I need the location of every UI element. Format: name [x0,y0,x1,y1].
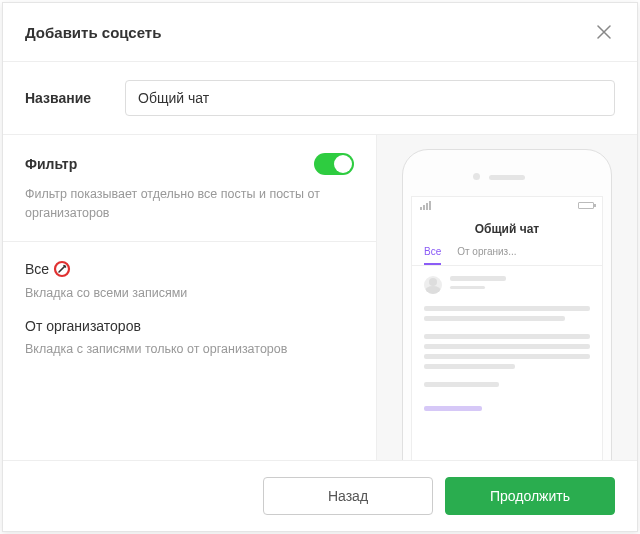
placeholder-line [424,344,590,349]
tabs-block: Все Вкладка со всеми записями [3,241,376,392]
phone-camera-icon [473,173,480,180]
filter-left-column: Фильтр Фильтр показывает отдельно все по… [3,135,377,460]
tab-description: Вкладка со всеми записями [25,286,354,300]
tab-description: Вкладка с записями только от организатор… [25,342,354,356]
close-button[interactable] [593,21,615,43]
filter-header: Фильтр [3,135,376,175]
placeholder-line [450,276,506,281]
tab-config-organizers: От организаторов Вкладка с записями толь… [25,318,354,356]
preview-content [412,266,602,426]
phone-preview-panel: Общий чат Все От организ... [377,135,637,460]
toggle-knob [334,155,352,173]
placeholder-line [424,364,515,369]
edit-icon[interactable] [53,260,71,278]
tab-config-all: Все Вкладка со всеми записями [25,260,354,300]
placeholder-line [424,306,590,311]
tab-title: От организаторов [25,318,141,334]
modal-header: Добавить соцсеть [3,3,637,62]
placeholder-line [424,354,590,359]
preview-screen-title: Общий чат [412,214,602,246]
status-bar [412,197,602,214]
placeholder-line [424,382,499,387]
add-social-modal: Добавить соцсеть Название Фильтр Фильтр … [2,2,638,532]
phone-speaker-icon [489,175,525,180]
placeholder-line [424,316,565,321]
signal-icon [420,201,431,210]
modal-title: Добавить соцсеть [25,24,161,41]
back-button[interactable]: Назад [263,477,433,515]
preview-post [424,276,590,294]
modal-body: Название Фильтр Фильтр показывает отдель… [3,62,637,460]
filter-label: Фильтр [25,156,77,172]
phone-mockup: Общий чат Все От организ... [402,149,612,460]
avatar-icon [424,276,442,294]
filter-toggle[interactable] [314,153,354,175]
tab-title: Все [25,261,49,277]
placeholder-line [424,334,590,339]
preview-tab-all: Все [424,246,441,265]
placeholder-line [450,286,485,289]
placeholder-line [424,406,482,411]
filter-description: Фильтр показывает отдельно все посты и п… [3,175,376,241]
phone-top-bezel [411,158,603,196]
filter-section: Фильтр Фильтр показывает отдельно все по… [3,135,637,460]
name-label: Название [25,90,105,106]
name-row: Название [3,62,637,135]
battery-icon [578,202,594,209]
modal-footer: Назад Продолжить [3,460,637,531]
name-input[interactable] [125,80,615,116]
close-icon [597,25,611,39]
phone-screen: Общий чат Все От организ... [411,196,603,460]
preview-tab-organizers: От организ... [457,246,516,265]
preview-tabs: Все От организ... [412,246,602,266]
continue-button[interactable]: Продолжить [445,477,615,515]
